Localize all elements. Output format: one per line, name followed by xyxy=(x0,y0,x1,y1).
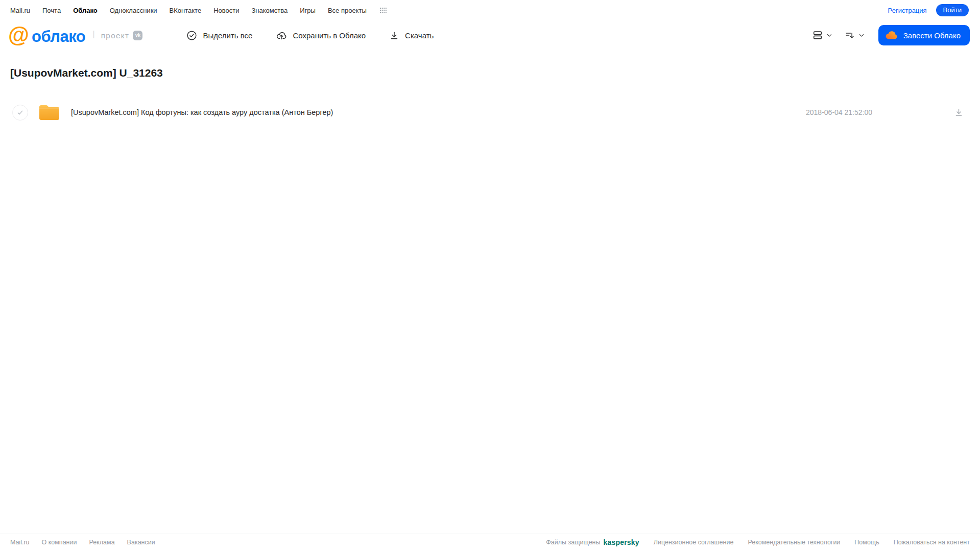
login-button[interactable]: Войти xyxy=(936,4,969,16)
file-name[interactable]: [UsupovMarket.com] Код фортуны: как созд… xyxy=(71,108,333,116)
nav-link-znakomstva[interactable]: Знакомства xyxy=(251,7,288,14)
portal-nav-links: Mail.ru Почта Облако Одноклассники ВКонт… xyxy=(10,7,387,14)
select-all-button[interactable]: Выделить все xyxy=(186,30,252,41)
footer-link-jobs[interactable]: Вакансии xyxy=(127,539,155,546)
cloud-logo-text: облако xyxy=(32,29,85,44)
view-mode-control[interactable] xyxy=(812,30,833,41)
nav-link-novosti[interactable]: Новости xyxy=(213,7,239,14)
save-to-cloud-button[interactable]: Сохранить в Облако xyxy=(276,30,366,41)
download-label: Скачать xyxy=(405,31,434,40)
footer-left-links: Mail.ru О компании Реклама Вакансии xyxy=(10,539,155,546)
chevron-down-icon xyxy=(858,32,865,39)
create-cloud-button[interactable]: Завести Облако xyxy=(878,25,970,45)
logo-divider: | xyxy=(92,29,94,39)
nav-link-igry[interactable]: Игры xyxy=(300,7,316,14)
cloud-header: @ облако | проект vk Выделить все xyxy=(0,19,980,53)
mailru-at-icon: @ xyxy=(8,27,29,44)
footer-link-about[interactable]: О компании xyxy=(42,539,77,546)
nav-link-mailru[interactable]: Mail.ru xyxy=(10,7,30,14)
kaspersky-logo[interactable]: kaspersky xyxy=(603,538,639,546)
footer: Mail.ru О компании Реклама Вакансии Файл… xyxy=(0,534,980,551)
page-title: [UsupovMarket.com] U_31263 xyxy=(0,53,980,79)
portal-nav: Mail.ru Почта Облако Одноклассники ВКонт… xyxy=(0,0,980,19)
vk-project-label: проект vk xyxy=(101,31,143,40)
download-icon xyxy=(389,30,399,41)
chevron-down-icon xyxy=(826,32,833,39)
nav-link-odnoklassniki[interactable]: Одноклассники xyxy=(110,7,157,14)
cloud-upload-icon xyxy=(276,30,287,41)
file-date: 2018-06-04 21:52:00 xyxy=(806,108,872,116)
row-checkbox[interactable] xyxy=(12,105,28,121)
cloud-icon xyxy=(885,30,898,40)
nav-link-all-projects[interactable]: Все проекты xyxy=(328,7,367,14)
auth-area: Регистрация Войти xyxy=(888,4,969,16)
nav-link-vkontakte[interactable]: ВКонтакте xyxy=(170,7,202,14)
select-all-label: Выделить все xyxy=(203,31,252,40)
footer-link-report[interactable]: Пожаловаться на контент xyxy=(894,539,970,546)
folder-icon xyxy=(38,103,61,122)
footer-link-license[interactable]: Лицензионное соглашение xyxy=(654,539,734,546)
main-content: [UsupovMarket.com] U_31263 [UsupovMark xyxy=(0,53,980,534)
footer-link-mailru[interactable]: Mail.ru xyxy=(10,539,30,546)
check-circle-icon xyxy=(186,30,197,41)
footer-link-help[interactable]: Помощь xyxy=(854,539,879,546)
footer-link-ads[interactable]: Реклама xyxy=(89,539,114,546)
save-to-cloud-label: Сохранить в Облако xyxy=(293,31,366,40)
apps-grid-icon[interactable] xyxy=(380,8,387,13)
header-right-controls: Завести Облако xyxy=(812,25,970,45)
vk-logo-icon: vk xyxy=(133,31,142,40)
footer-right-links: Файлы защищены kaspersky Лицензионное со… xyxy=(546,538,970,546)
list-view-icon xyxy=(812,30,823,41)
row-download-icon[interactable] xyxy=(954,107,964,117)
registration-link[interactable]: Регистрация xyxy=(888,7,927,14)
cloud-logo[interactable]: @ облако xyxy=(8,27,85,44)
protected-text: Файлы защищены xyxy=(546,539,600,546)
kaspersky-protection: Файлы защищены kaspersky xyxy=(546,538,639,546)
sort-icon xyxy=(844,30,855,41)
nav-link-pochta[interactable]: Почта xyxy=(42,7,61,14)
file-row[interactable]: [UsupovMarket.com] Код фортуны: как созд… xyxy=(0,99,980,126)
project-text: проект xyxy=(101,31,130,40)
nav-link-oblako[interactable]: Облако xyxy=(73,7,98,14)
footer-link-recommendations[interactable]: Рекомендательные технологии xyxy=(748,539,840,546)
sort-control[interactable] xyxy=(844,30,865,41)
download-button[interactable]: Скачать xyxy=(389,30,434,41)
file-toolbar: Выделить все Сохранить в Облако Скачат xyxy=(186,30,434,41)
create-cloud-label: Завести Облако xyxy=(903,31,961,40)
